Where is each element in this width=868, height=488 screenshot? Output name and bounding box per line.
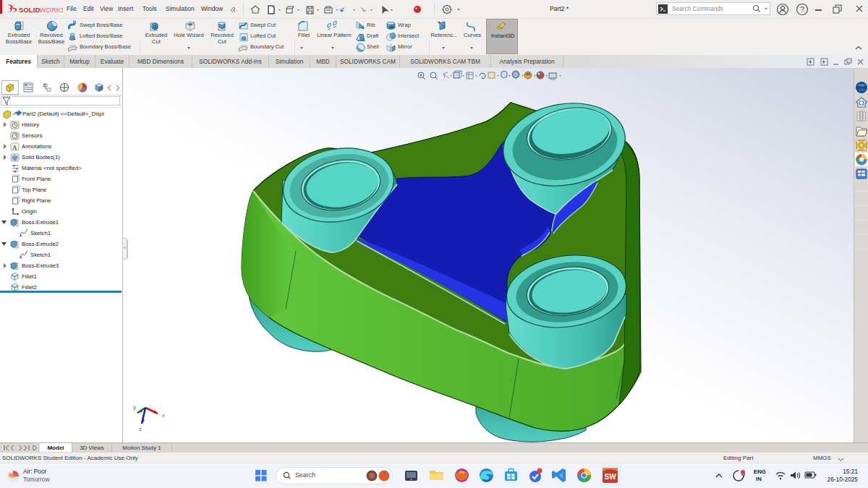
svg-text:WORKS: WORKS — [40, 7, 64, 14]
svg-text:A: A — [12, 144, 17, 151]
svg-text:x: x — [162, 412, 165, 419]
svg-text:y: y — [133, 404, 136, 411]
svg-text:?: ? — [800, 5, 804, 14]
svg-text:B: B — [44, 84, 46, 87]
svg-text:ab: ab — [389, 25, 394, 29]
svg-text:SOLID: SOLID — [19, 7, 40, 14]
svg-text:z: z — [139, 426, 142, 432]
svg-text:SW: SW — [605, 473, 617, 481]
